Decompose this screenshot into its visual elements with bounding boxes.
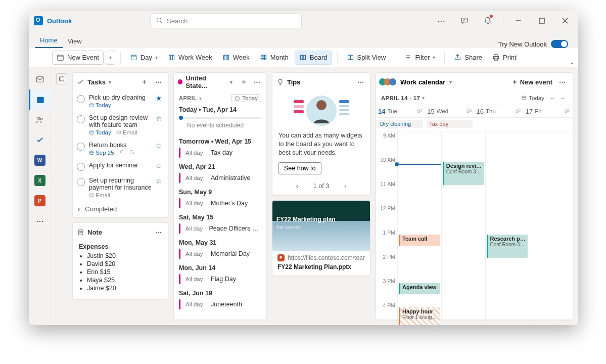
allday-event[interactable]: Tax day [427, 120, 472, 128]
view-day-button[interactable]: Day▾ [126, 51, 162, 65]
calendar-day-head[interactable]: 16 Thu [475, 105, 524, 117]
star-icon[interactable]: ☆ [156, 162, 164, 170]
collapse-board-icon[interactable] [56, 73, 67, 84]
holiday-event[interactable]: All day Memorial Day [174, 247, 266, 260]
holiday-color-bar-icon [179, 299, 180, 309]
rail-excel[interactable]: X [29, 170, 51, 191]
holidays-more-icon[interactable]: ⋯ [252, 76, 262, 87]
holidays-today-button[interactable]: Today [231, 94, 261, 102]
task-checkbox[interactable] [77, 95, 85, 103]
rail-calendar[interactable] [29, 89, 51, 110]
holiday-event[interactable]: All day Administrative [174, 171, 266, 185]
calendar-new-event-button[interactable]: ＋ New event [511, 77, 552, 86]
tips-see-how-button[interactable]: See how to [278, 162, 321, 174]
holidays-month[interactable]: APRIL [179, 95, 197, 101]
calendar-grid-col[interactable]: Team callAgenda viewHappy hourFloor 1 lo… [397, 131, 441, 325]
file-widget[interactable]: FY22 Marketing planKat Larsson P https:/… [272, 200, 370, 276]
rail-people[interactable] [29, 110, 51, 130]
window-maximize-icon[interactable] [532, 11, 552, 31]
star-icon[interactable]: ☆ [156, 114, 164, 122]
search-input[interactable]: Search [150, 13, 302, 28]
hour-label: 4 PM [376, 301, 397, 325]
calendar-plus-icon [57, 54, 64, 61]
view-board-button[interactable]: Board [295, 51, 332, 65]
new-event-dropdown[interactable]: ▾ [106, 51, 115, 65]
split-view-button[interactable]: Split View [343, 51, 390, 65]
filter-button[interactable]: Filter▾ [400, 51, 439, 65]
note-more-icon[interactable]: ⋯ [153, 226, 164, 238]
notifications-icon[interactable] [478, 11, 498, 31]
calendar-event[interactable]: Agenda view [399, 283, 440, 294]
task-row[interactable]: Return books Sep 25 ☆ [73, 139, 168, 159]
feedback-icon[interactable] [454, 11, 475, 31]
window-minimize-icon[interactable] [508, 11, 529, 31]
calendar-event[interactable]: Design reviewConf Room 32/ Miguel Garcia [443, 162, 484, 185]
star-icon[interactable]: ☆ [156, 142, 164, 150]
add-task-icon[interactable]: ＋ [138, 76, 150, 87]
more-icon[interactable]: ⋯ [431, 11, 451, 31]
calendar-prev-icon[interactable]: ← [547, 95, 557, 101]
holiday-event[interactable]: All day Flag Day [174, 272, 266, 286]
tab-home[interactable]: Home [35, 33, 63, 48]
calendar-more-icon[interactable]: ⋯ [556, 76, 568, 87]
task-row[interactable]: Set up design review with feature team T… [73, 111, 168, 139]
tips-next-icon[interactable]: › [344, 183, 346, 190]
calendar-today-button[interactable]: Today [518, 95, 547, 102]
calendar-allday-cell[interactable] [524, 118, 573, 131]
board-icon [299, 54, 307, 61]
calendar-event[interactable]: Team call [399, 235, 440, 246]
calendar-event[interactable]: Happy hourFloor 1 lounge Cecil Folk [399, 307, 440, 325]
calendar-allday-cell[interactable] [475, 118, 524, 131]
add-holiday-icon[interactable]: ＋ [239, 76, 249, 87]
calendar-day-head[interactable]: 17 Fri [524, 105, 573, 117]
svg-rect-17 [261, 55, 266, 60]
task-checkbox[interactable] [77, 143, 85, 151]
calendar-day-head[interactable]: 15 Wed [425, 105, 474, 117]
rail-mail[interactable] [29, 69, 51, 89]
window-close-icon[interactable] [555, 11, 575, 31]
tasks-completed-row[interactable]: › Completed [73, 201, 168, 217]
try-new-outlook-toggle[interactable] [551, 40, 568, 48]
calendar-range[interactable]: APRIL 14 - 17 [381, 95, 420, 101]
task-row[interactable]: Set up recurring payment for insurance E… [73, 174, 168, 201]
tab-view[interactable]: View [63, 34, 87, 48]
rail-todo[interactable] [29, 130, 51, 150]
tips-more-icon[interactable]: ⋯ [355, 76, 366, 87]
view-week-button[interactable]: Week [218, 51, 254, 65]
task-row[interactable]: Apply for seminar ☆ [73, 159, 168, 174]
holiday-event[interactable]: All day Peace Officers Me... [174, 222, 266, 235]
calendar-day-head[interactable]: 14 Tue [376, 105, 425, 117]
rail-more-apps[interactable]: ⋯ [29, 211, 51, 231]
calendar-allday-cell[interactable]: Tax day [425, 118, 474, 131]
star-icon[interactable]: ★ [156, 94, 164, 102]
holiday-name: Administrative [211, 174, 251, 181]
calendar-grid-col[interactable] [529, 131, 573, 325]
tasks-more-icon[interactable]: ⋯ [153, 76, 164, 87]
allday-event[interactable]: Dry cleaning [378, 120, 423, 128]
calendar-allday-cell[interactable]: Dry cleaning [376, 118, 425, 131]
calendar-next-icon[interactable]: → [557, 95, 568, 101]
task-checkbox[interactable] [77, 163, 85, 171]
file-name: FY22 Marketing Plan.pptx [277, 261, 365, 270]
holiday-event[interactable]: All day Juneteenth [174, 298, 266, 311]
view-month-button[interactable]: Month [256, 51, 293, 65]
print-button[interactable]: Print [488, 51, 521, 65]
star-icon[interactable]: ☆ [156, 177, 164, 185]
calendar-grid-col[interactable]: Research planConf Room 32/ Wanda Howard [485, 131, 529, 325]
view-work-week-button[interactable]: Work Week [164, 51, 216, 65]
task-row[interactable]: Pick up dry cleaning Today ★ [73, 91, 168, 111]
calendar-event[interactable]: Research planConf Room 32/ Wanda Howard [487, 235, 528, 258]
toolbar: New Event ▾ Day▾ Work Week Week Month Bo… [29, 48, 578, 67]
rail-word[interactable]: W [29, 150, 51, 170]
rail-powerpoint[interactable]: P [29, 191, 51, 211]
tips-prev-icon[interactable]: ‹ [296, 183, 298, 190]
share-button[interactable]: Share [450, 51, 486, 65]
holiday-event[interactable]: All day Tax day [174, 146, 266, 159]
holiday-event[interactable]: All day Mother's Day [174, 197, 266, 210]
calendar-grid-col[interactable]: Design reviewConf Room 32/ Miguel Garcia [441, 131, 485, 325]
toolbar-expand-icon[interactable]: ⌄ [570, 59, 574, 66]
task-checkbox[interactable] [77, 115, 85, 123]
new-event-button[interactable]: New Event [52, 51, 104, 65]
task-title: Set up recurring payment for insurance [89, 177, 152, 191]
task-checkbox[interactable] [77, 178, 85, 186]
